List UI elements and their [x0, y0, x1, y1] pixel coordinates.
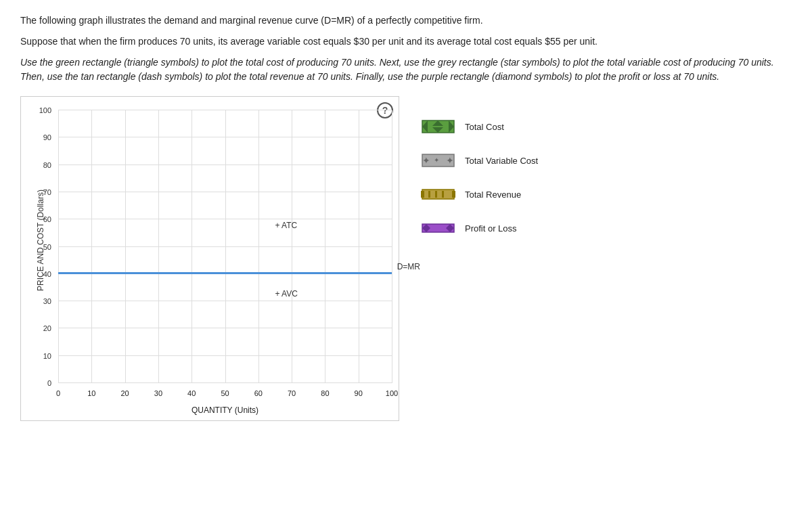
profit-loss-label: Profit or Loss	[465, 223, 517, 234]
x-tick-40: 40	[187, 389, 196, 397]
svg-text:✦: ✦	[434, 156, 439, 164]
legend-total-cost: Total Cost	[420, 116, 538, 137]
grid-v-70	[292, 110, 292, 383]
grid-v-80	[325, 110, 325, 383]
x-tick-10: 10	[87, 389, 95, 397]
y-labels: 0 10 20 30 40 50 60 70 80 90 100	[28, 110, 55, 383]
dmr-label: D=MR	[397, 262, 420, 271]
legend-total-revenue: Total Revenue	[420, 184, 538, 204]
svg-rect-10	[421, 191, 424, 198]
intro-line1: The following graph illustrates the dema…	[20, 14, 792, 28]
y-tick-30: 30	[43, 297, 51, 305]
atc-label: + ATC	[275, 221, 297, 230]
avc-label: + AVC	[275, 289, 297, 299]
grid-v-20	[125, 110, 126, 383]
y-tick-80: 80	[43, 161, 51, 169]
chart-plot-area: D=MR + ATC + AVC	[58, 110, 392, 383]
y-tick-60: 60	[43, 215, 51, 223]
total-variable-cost-label: Total Variable Cost	[465, 156, 538, 166]
grid-v-60	[258, 110, 259, 383]
grid-v-40	[191, 110, 192, 383]
svg-rect-9	[422, 190, 454, 199]
profit-loss-icon	[420, 218, 457, 238]
x-tick-0: 0	[56, 389, 60, 397]
x-labels: 0 10 20 30 40 50 60 70 80 90 100	[58, 389, 392, 400]
grid-v-30	[158, 110, 159, 383]
y-tick-100: 100	[39, 106, 51, 114]
svg-rect-14	[442, 191, 444, 198]
total-revenue-icon	[420, 184, 457, 204]
x-tick-80: 80	[321, 389, 329, 397]
y-tick-50: 50	[43, 243, 51, 251]
x-tick-90: 90	[355, 389, 363, 397]
grid-v-90	[359, 110, 359, 383]
y-tick-0: 0	[47, 379, 51, 387]
y-tick-20: 20	[43, 324, 51, 332]
x-tick-100: 100	[386, 389, 398, 397]
x-tick-70: 70	[288, 389, 296, 397]
grid-v-0	[58, 110, 59, 383]
intro-line3: Use the green rectangle (triangle symbol…	[20, 56, 792, 84]
graph-container: ? PRICE AND COST (Dollars) 0 10 20 30 40…	[20, 96, 399, 421]
y-tick-40: 40	[43, 270, 51, 278]
grid-v-100	[392, 110, 392, 383]
x-tick-60: 60	[254, 389, 263, 397]
x-tick-50: 50	[221, 389, 229, 397]
legend-total-variable-cost: ✦ ✦ ✦ Total Variable Cost	[420, 150, 538, 171]
total-cost-label: Total Cost	[465, 122, 504, 132]
svg-rect-11	[452, 191, 455, 198]
total-variable-cost-icon: ✦ ✦ ✦	[420, 150, 457, 171]
x-tick-30: 30	[154, 389, 162, 397]
svg-rect-12	[428, 191, 430, 198]
svg-text:✦: ✦	[422, 155, 430, 166]
y-tick-70: 70	[43, 188, 51, 196]
total-cost-icon	[420, 116, 457, 137]
y-tick-10: 10	[43, 352, 51, 360]
chart-area: ? PRICE AND COST (Dollars) 0 10 20 30 40…	[20, 96, 792, 421]
intro-line2: Suppose that when the firm produces 70 u…	[20, 35, 792, 49]
total-revenue-label: Total Revenue	[465, 190, 521, 200]
grid-v-50	[225, 110, 226, 383]
grid-v-10	[91, 110, 92, 383]
x-axis-label: QUANTITY (Units)	[58, 405, 392, 415]
legend: Total Cost ✦ ✦ ✦ Total Variable Cost	[420, 96, 538, 238]
legend-profit-loss: Profit or Loss	[420, 218, 538, 238]
dmr-line	[58, 272, 392, 274]
svg-text:✦: ✦	[446, 155, 454, 166]
y-tick-90: 90	[43, 133, 51, 141]
intro-section: The following graph illustrates the dema…	[20, 14, 792, 84]
x-tick-20: 20	[120, 389, 129, 397]
svg-rect-13	[435, 191, 437, 198]
